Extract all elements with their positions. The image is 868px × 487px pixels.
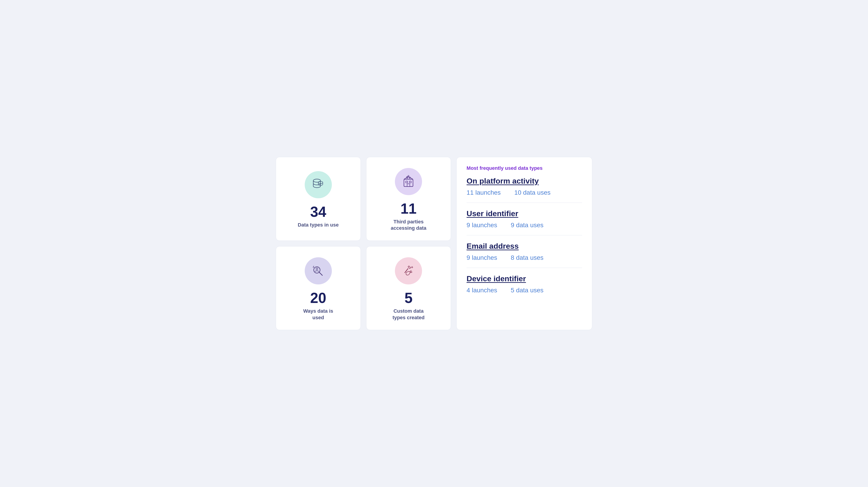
third-parties-icon-circle	[395, 168, 422, 195]
svg-rect-4	[409, 181, 411, 183]
tool-icon	[402, 264, 415, 278]
svg-rect-3	[406, 181, 408, 183]
third-parties-card: 11 Third partiesaccessing data	[366, 157, 451, 241]
svg-point-8	[408, 175, 409, 176]
svg-line-18	[411, 272, 412, 273]
ways-data-label: Ways data isused	[303, 308, 333, 321]
on-platform-stats: 11 launches 10 data uses	[467, 189, 582, 196]
device-identifier-launches: 4 launches	[467, 287, 497, 294]
factory-icon	[402, 175, 415, 188]
email-address-stats: 9 launches 8 data uses	[467, 254, 582, 261]
on-platform-data-uses: 10 data uses	[514, 189, 550, 196]
svg-line-17	[410, 271, 412, 272]
ways-data-number: 20	[310, 291, 326, 305]
svg-rect-5	[407, 184, 410, 186]
email-address-data-uses: 8 data uses	[511, 254, 544, 261]
data-types-label: Data types in use	[298, 222, 339, 229]
data-types-icon-circle	[305, 171, 332, 198]
ways-data-icon-circle	[305, 257, 332, 284]
custom-data-number: 5	[405, 291, 413, 305]
custom-data-icon-circle	[395, 257, 422, 284]
email-address-launches: 9 launches	[467, 254, 497, 261]
ways-data-card: 20 Ways data isused	[276, 246, 361, 330]
user-identifier-stats: 9 launches 9 data uses	[467, 221, 582, 229]
device-identifier-name: Device identifier	[467, 274, 582, 283]
data-types-panel: Most frequently used data types On platf…	[456, 157, 592, 330]
data-type-device-identifier: Device identifier 4 launches 5 data uses	[467, 268, 582, 300]
user-identifier-data-uses: 9 data uses	[511, 221, 544, 229]
user-identifier-name: User identifier	[467, 209, 582, 218]
svg-point-11	[316, 268, 318, 270]
dashboard: 34 Data types in use 11 Third partiesacc…	[276, 157, 592, 330]
custom-data-card: 5 Custom datatypes created	[366, 246, 451, 330]
data-type-on-platform: On platform activity 11 launches 10 data…	[467, 177, 582, 203]
custom-data-label: Custom datatypes created	[393, 308, 425, 321]
data-types-number: 34	[310, 205, 326, 219]
database-icon	[311, 178, 325, 191]
svg-rect-2	[404, 179, 413, 186]
user-identifier-launches: 9 launches	[467, 221, 497, 229]
svg-line-10	[319, 272, 322, 275]
svg-rect-7	[409, 177, 410, 178]
data-type-email-address: Email address 9 launches 8 data uses	[467, 235, 582, 268]
on-platform-launches: 11 launches	[467, 189, 501, 196]
email-address-name: Email address	[467, 242, 582, 250]
third-parties-label: Third partiesaccessing data	[391, 219, 426, 232]
data-types-card: 34 Data types in use	[276, 157, 361, 241]
on-platform-name: On platform activity	[467, 177, 582, 185]
third-parties-number: 11	[401, 202, 416, 216]
search-person-icon	[311, 264, 325, 278]
svg-point-0	[313, 179, 320, 182]
device-identifier-data-uses: 5 data uses	[511, 287, 544, 294]
data-type-user-identifier: User identifier 9 launches 9 data uses	[467, 203, 582, 235]
panel-title: Most frequently used data types	[467, 165, 582, 171]
device-identifier-stats: 4 launches 5 data uses	[467, 287, 582, 294]
